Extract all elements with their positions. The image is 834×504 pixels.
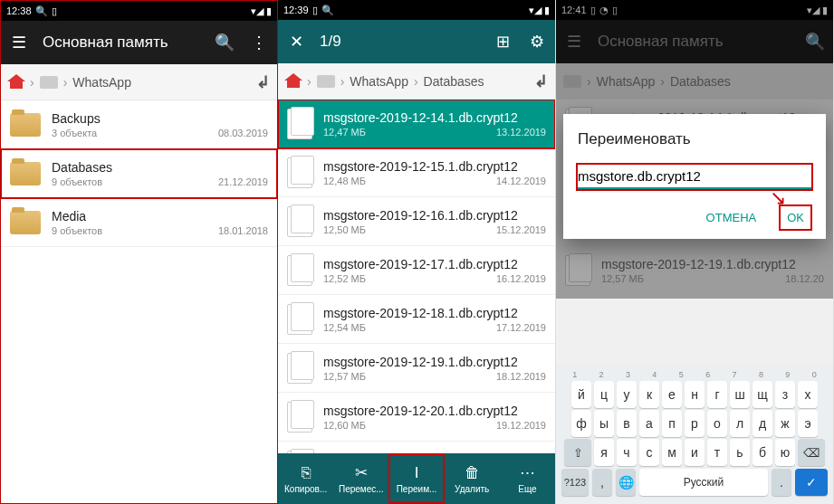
breadcrumb-item[interactable]: WhatsApp bbox=[350, 74, 408, 89]
key-ю[interactable]: ю bbox=[775, 439, 795, 466]
item-date: 18.01.2018 bbox=[218, 225, 268, 236]
chevron-right-icon: › bbox=[340, 74, 345, 89]
breadcrumb-item[interactable]: WhatsApp bbox=[72, 75, 131, 90]
list-item[interactable]: msgstore-2019-12-20.1.db.crypt12 12,60 М… bbox=[278, 393, 555, 442]
period-key[interactable]: . bbox=[772, 469, 791, 496]
select-all-icon[interactable]: ⊞ bbox=[492, 31, 513, 52]
key-в[interactable]: в bbox=[617, 410, 637, 437]
key-у[interactable]: у bbox=[617, 381, 637, 408]
storage-icon[interactable] bbox=[317, 75, 335, 88]
key-г[interactable]: г bbox=[707, 381, 727, 408]
key-э[interactable]: э bbox=[798, 410, 818, 437]
rename-button[interactable]: IПереим... bbox=[388, 453, 444, 504]
list-item[interactable]: msgstore-2019-12-17.1.db.crypt12 12,52 М… bbox=[278, 246, 555, 295]
key-е[interactable]: е bbox=[662, 381, 682, 408]
key-ш[interactable]: ш bbox=[730, 381, 750, 408]
folder-icon bbox=[10, 211, 41, 234]
file-icon bbox=[287, 304, 312, 335]
key-ч[interactable]: ч bbox=[617, 439, 637, 466]
breadcrumb[interactable]: › › WhatsApp › Databases ↲ bbox=[278, 63, 555, 100]
symbols-key[interactable]: ?123 bbox=[561, 469, 589, 496]
key-д[interactable]: д bbox=[753, 410, 772, 437]
list-item[interactable]: msgstore-2019-12-14.1.db.crypt12 12,47 М… bbox=[278, 100, 555, 148]
list-item[interactable]: Backups 3 объекта08.03.2019 bbox=[1, 100, 277, 149]
up-icon[interactable]: ↲ bbox=[534, 71, 548, 91]
ok-button[interactable]: OK bbox=[780, 205, 811, 230]
image-status-icon: ▯ bbox=[312, 5, 318, 16]
enter-key[interactable]: ✓ bbox=[795, 469, 828, 496]
key-р[interactable]: р bbox=[685, 410, 705, 437]
screenshot-pane-3: 12:41 ▯ ◔ ▯ ▾◢ ▮ ☰ Основная память 🔍 › W… bbox=[556, 0, 834, 504]
list-item[interactable]: Databases 9 объектов21.12.2019 bbox=[1, 149, 277, 198]
key-щ[interactable]: щ bbox=[753, 381, 772, 408]
list-item[interactable]: msgstore-2019-12-19.1.db.crypt12 12,57 М… bbox=[278, 344, 555, 393]
storage-icon[interactable] bbox=[40, 76, 58, 89]
cancel-button[interactable]: ОТМЕНА bbox=[699, 205, 764, 230]
key-hint: 2 bbox=[599, 370, 604, 379]
list-item[interactable]: msgstore-2019-12-21.1.db.crypt12 12,71 М… bbox=[278, 442, 555, 453]
key-ы[interactable]: ы bbox=[594, 410, 614, 437]
list-item[interactable]: Media 9 объектов18.01.2018 bbox=[1, 198, 277, 247]
key-л[interactable]: л bbox=[730, 410, 750, 437]
key-т[interactable]: т bbox=[707, 439, 727, 466]
key-ф[interactable]: ф bbox=[571, 410, 591, 437]
globe-key[interactable]: 🌐 bbox=[616, 469, 636, 496]
home-icon[interactable] bbox=[8, 74, 24, 90]
comma-key[interactable]: , bbox=[592, 469, 612, 496]
key-ж[interactable]: ж bbox=[775, 410, 795, 437]
list-item[interactable]: msgstore-2019-12-18.1.db.crypt12 12,54 М… bbox=[278, 295, 555, 344]
key-hint: 7 bbox=[733, 370, 737, 379]
key-м[interactable]: м bbox=[662, 439, 682, 466]
menu-icon[interactable]: ☰ bbox=[8, 32, 30, 53]
key-ь[interactable]: ь bbox=[730, 439, 750, 466]
key-я[interactable]: я bbox=[594, 439, 614, 466]
list-item[interactable]: msgstore-2019-12-16.1.db.crypt12 12,50 М… bbox=[278, 197, 555, 246]
list-item[interactable]: msgstore-2019-12-15.1.db.crypt12 12,48 М… bbox=[278, 148, 555, 197]
key-hint: 5 bbox=[679, 370, 684, 379]
rename-icon: I bbox=[415, 464, 419, 482]
key-х[interactable]: х bbox=[798, 381, 818, 408]
copy-button[interactable]: ⎘Копиров... bbox=[278, 453, 333, 504]
key-hint: 4 bbox=[652, 370, 657, 379]
status-bar: 12:39 ▯ 🔍 ▾◢ ▮ bbox=[278, 0, 555, 20]
folder-icon bbox=[10, 113, 41, 137]
key-к[interactable]: к bbox=[639, 381, 659, 408]
search-icon[interactable]: 🔍 bbox=[214, 32, 235, 53]
backspace-key[interactable]: ⌫ bbox=[798, 439, 825, 466]
selection-count: 1/9 bbox=[320, 33, 479, 51]
item-date: 16.12.2019 bbox=[496, 273, 546, 284]
file-icon bbox=[287, 451, 312, 454]
key-з[interactable]: з bbox=[775, 381, 795, 408]
folder-list: Backups 3 объекта08.03.2019 Databases 9 … bbox=[1, 100, 277, 503]
key-ц[interactable]: ц bbox=[594, 381, 614, 408]
item-size: 12,57 МБ bbox=[323, 371, 366, 382]
file-icon bbox=[287, 109, 312, 139]
delete-button[interactable]: 🗑Удалить bbox=[445, 453, 500, 504]
close-icon[interactable]: ✕ bbox=[285, 31, 307, 52]
more-icon[interactable]: ⋮ bbox=[248, 32, 270, 53]
screenshot-pane-2: 12:39 ▯ 🔍 ▾◢ ▮ ✕ 1/9 ⊞ ⚙ › › WhatsApp › … bbox=[278, 0, 556, 504]
key-а[interactable]: а bbox=[639, 410, 659, 437]
breadcrumb[interactable]: › › WhatsApp ↲ bbox=[1, 64, 277, 100]
breadcrumb-item[interactable]: Databases bbox=[424, 74, 484, 89]
key-й[interactable]: й bbox=[571, 381, 591, 408]
key-н[interactable]: н bbox=[685, 381, 705, 408]
home-icon[interactable] bbox=[285, 73, 302, 90]
key-б[interactable]: б bbox=[753, 439, 772, 466]
item-size: 12,50 МБ bbox=[323, 224, 366, 235]
item-date: 21.12.2019 bbox=[218, 176, 268, 187]
key-п[interactable]: п bbox=[662, 410, 682, 437]
shift-key[interactable]: ⇧ bbox=[564, 439, 591, 466]
move-button[interactable]: ✂Перемес... bbox=[333, 453, 388, 504]
more-button[interactable]: ⋯Еще bbox=[500, 453, 555, 504]
space-key[interactable]: Русский bbox=[639, 469, 768, 496]
item-name: msgstore-2019-12-18.1.db.crypt12 bbox=[323, 306, 546, 320]
key-и[interactable]: и bbox=[685, 439, 705, 466]
key-с[interactable]: с bbox=[639, 439, 659, 466]
trash-icon: 🗑 bbox=[465, 464, 480, 482]
rename-input[interactable] bbox=[578, 165, 811, 189]
key-о[interactable]: о bbox=[707, 410, 727, 437]
item-date: 17.12.2019 bbox=[496, 322, 546, 333]
gear-icon[interactable]: ⚙ bbox=[526, 31, 548, 52]
up-icon[interactable]: ↲ bbox=[256, 72, 270, 92]
